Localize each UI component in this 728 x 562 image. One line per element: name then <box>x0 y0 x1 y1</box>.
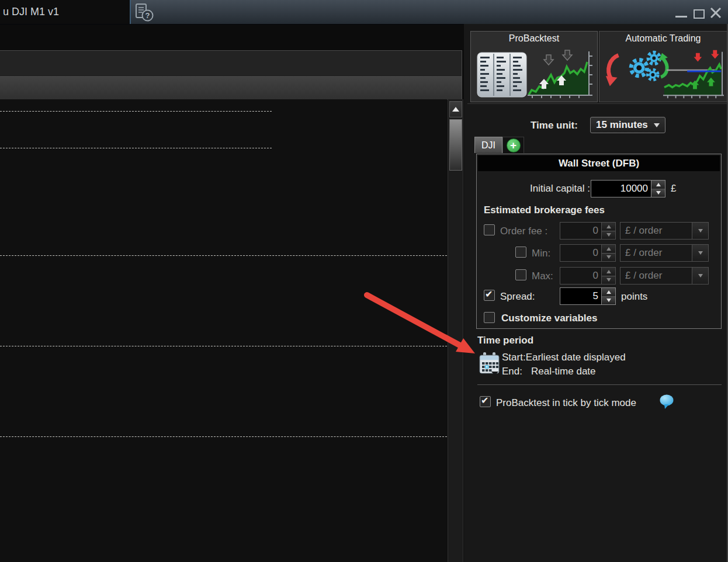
probacktest-tab-image <box>474 47 594 99</box>
question-mark-glyph: ? <box>145 11 150 20</box>
stepper-up-button[interactable] <box>651 181 665 189</box>
red-cycle-arrow <box>609 55 619 79</box>
toolbar-band-lower <box>0 75 462 100</box>
panel-divider-line <box>467 103 728 104</box>
tick-mode-label: ProBacktest in tick by tick mode <box>496 397 636 409</box>
start-label: Start: <box>502 352 526 363</box>
probacktest-settings-window: u DJI M1 v1 ? <box>0 0 728 562</box>
fees-heading: Estimated brokerage fees <box>484 204 605 216</box>
start-date-row: Start:Earliest date displayed <box>502 352 626 363</box>
tooltip-bubble-icon[interactable] <box>659 394 675 410</box>
tab-probacktest[interactable]: ProBacktest <box>470 31 598 102</box>
max-fee-checkbox[interactable] <box>515 269 526 280</box>
initial-capital-label: Initial capital : <box>481 183 590 195</box>
scrollbar-up-button[interactable] <box>449 101 462 117</box>
time-unit-dropdown[interactable]: 15 minutes <box>590 117 665 133</box>
close-button[interactable] <box>709 6 722 19</box>
min-fee-unit-dropdown[interactable]: £ / order <box>620 244 709 262</box>
time-unit-label: Time unit: <box>531 120 578 131</box>
currency-label: £ <box>671 183 676 195</box>
spread-input[interactable]: 5 <box>560 287 616 305</box>
time-unit-value: 15 minutes <box>596 119 648 131</box>
initial-capital-input[interactable]: 10000 <box>591 180 665 197</box>
tab-probacktest-label: ProBacktest <box>471 32 597 44</box>
initial-capital-stepper[interactable] <box>651 181 665 197</box>
maximize-button[interactable] <box>694 9 705 19</box>
stepper-down-button[interactable] <box>602 297 615 305</box>
min-fee-label: Min: <box>532 248 550 259</box>
dashed-gridline <box>0 111 272 112</box>
customize-variables-label: Customize variables <box>501 313 597 324</box>
automatic-trading-tab-image <box>602 47 724 99</box>
stepper-up-button[interactable] <box>602 223 615 231</box>
sell-arrow-icon <box>544 50 572 65</box>
stepper-up-button[interactable] <box>602 288 615 297</box>
help-document-icon[interactable]: ? <box>134 2 155 23</box>
stepper-down-button[interactable] <box>602 276 615 285</box>
chevron-down-icon[interactable] <box>692 245 708 261</box>
start-value: Earliest date displayed <box>526 352 626 363</box>
left-toolbar-area <box>0 50 462 99</box>
max-fee-input[interactable]: 0 <box>560 267 616 285</box>
chevron-down-icon <box>654 123 660 127</box>
titlebar: u DJI M1 v1 ? <box>0 0 728 25</box>
order-fee-input[interactable]: 0 <box>560 222 616 240</box>
chevron-down-icon[interactable] <box>692 268 708 284</box>
spread-unit-label: points <box>621 291 647 303</box>
instrument-settings-box: Wall Street (DFB) Initial capital : 1000… <box>476 154 722 329</box>
order-fee-unit-dropdown[interactable]: £ / order <box>620 222 709 240</box>
tick-mode-checkbox[interactable]: ✔ <box>480 396 491 407</box>
spread-label: Spread: <box>500 291 535 303</box>
red-annotation-arrow <box>327 251 502 386</box>
instrument-tab-dji[interactable]: DJI <box>474 137 502 153</box>
end-value: Real-time date <box>531 366 596 377</box>
green-cycle-arrow <box>661 58 667 77</box>
min-fee-checkbox[interactable] <box>515 247 526 258</box>
gears-icon <box>631 53 660 80</box>
stepper-up-button[interactable] <box>602 268 615 276</box>
order-fee-label: Order fee : <box>500 226 547 237</box>
dashed-gridline <box>0 436 447 437</box>
tab-automatic-trading-label: Automatic Trading <box>599 32 727 44</box>
stepper-down-button[interactable] <box>602 231 615 240</box>
end-date-row: End:Real-time date <box>502 366 596 377</box>
minimize-button[interactable] <box>675 16 687 18</box>
check-icon: ✔ <box>481 395 488 406</box>
sell-signal-icon <box>694 50 719 62</box>
window-title: u DJI M1 v1 <box>0 0 130 24</box>
stepper-down-button[interactable] <box>602 254 615 262</box>
add-instrument-button[interactable]: + <box>502 137 524 153</box>
instrument-header: Wall Street (DFB) <box>478 155 720 171</box>
chevron-down-icon[interactable] <box>692 223 708 239</box>
titlebar-separator <box>130 0 131 24</box>
max-fee-label: Max: <box>532 270 553 282</box>
section-divider <box>477 384 722 385</box>
up-arrow-icon <box>452 107 459 112</box>
max-fee-unit-dropdown[interactable]: £ / order <box>620 267 709 285</box>
stepper-down-button[interactable] <box>651 189 665 197</box>
tab-automatic-trading[interactable]: Automatic Trading <box>599 31 727 102</box>
toolbar-band-upper <box>0 51 462 75</box>
stepper-up-button[interactable] <box>602 245 615 254</box>
plus-icon: + <box>507 138 521 152</box>
scrollbar-thumb[interactable] <box>449 119 462 171</box>
order-fee-checkbox[interactable] <box>484 224 495 235</box>
dashed-gridline <box>0 148 272 148</box>
end-label: End: <box>502 366 531 377</box>
min-fee-input[interactable]: 0 <box>560 244 616 262</box>
